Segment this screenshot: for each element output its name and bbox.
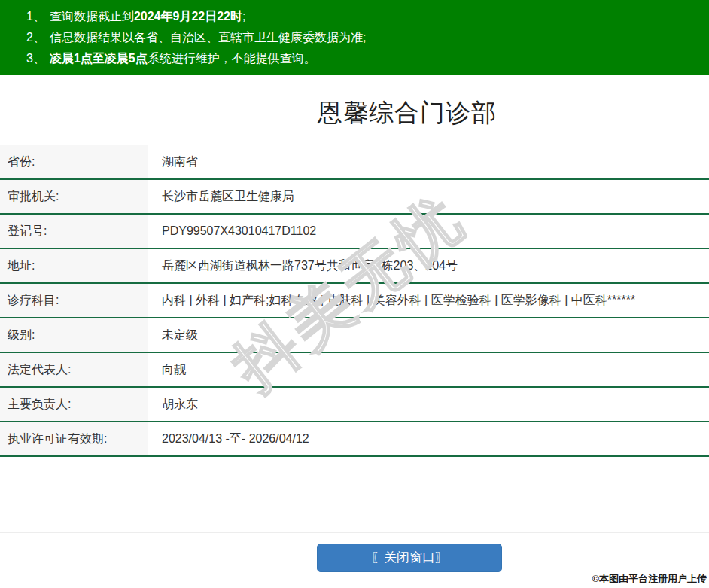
row-label: 法定代表人: <box>0 353 148 386</box>
notice-line-2: 2、信息数据结果以各省、自治区、直辖市卫生健康委数据为准; <box>26 27 701 48</box>
notice-text-bold: 凌晨1点至凌晨5点 <box>50 52 148 65</box>
notice-line-1: 1、查询数据截止到2024年9月22日22时; <box>26 6 701 27</box>
medical-license-query-page: 1、查询数据截止到2024年9月22日22时; 2、信息数据结果以各省、自治区、… <box>0 0 709 588</box>
notice-text: 查询数据截止到 <box>50 10 134 23</box>
row-value: 长沙市岳麓区卫生健康局 <box>148 180 709 213</box>
notice-text-bold: 2024年9月22日22时 <box>134 10 242 23</box>
row-label: 审批机关: <box>0 180 148 213</box>
close-window-button[interactable]: 〖关闭窗口〗 <box>317 544 502 572</box>
table-row-address: 地址: 岳麓区西湖街道枫林一路737号共和世家2栋203、204号 <box>0 249 709 284</box>
row-label: 诊疗科目: <box>0 284 148 317</box>
notice-bar: 1、查询数据截止到2024年9月22日22时; 2、信息数据结果以各省、自治区、… <box>0 0 709 75</box>
table-row-registration-number: 登记号: PDY99507X43010417D1102 <box>0 215 709 249</box>
row-label: 执业许可证有效期: <box>0 422 148 455</box>
table-row-province: 省份: 湖南省 <box>0 145 709 180</box>
row-label: 登记号: <box>0 215 148 248</box>
table-row-level: 级别: 未定级 <box>0 318 709 353</box>
row-label: 地址: <box>0 249 148 282</box>
row-label: 省份: <box>0 145 148 178</box>
row-value: 岳麓区西湖街道枫林一路737号共和世家2栋203、204号 <box>148 249 709 282</box>
row-value: PDY99507X43010417D1102 <box>148 215 709 248</box>
copyright-text: ©本图由平台注册用户上传 <box>592 572 707 586</box>
row-label: 级别: <box>0 318 148 352</box>
table-row-main-person-in-charge: 主要负责人: 胡永东 <box>0 388 709 422</box>
table-row-license-validity: 执业许可证有效期: 2023/04/13 -至- 2026/04/12 <box>0 422 709 457</box>
notice-text: 信息数据结果以各省、自治区、直辖市卫生健康委数据为准; <box>50 31 366 44</box>
notice-number: 1、 <box>26 10 45 23</box>
notice-number: 2、 <box>26 31 45 44</box>
notice-line-3: 3、凌晨1点至凌晨5点系统进行维护，不能提供查询。 <box>26 48 701 69</box>
row-value: 胡永东 <box>148 388 709 421</box>
row-value: 未定级 <box>148 318 709 352</box>
notice-text: 系统进行维护，不能提供查询。 <box>148 52 316 65</box>
institution-title: 恩馨综合门诊部 <box>0 98 709 128</box>
notice-number: 3、 <box>26 52 45 65</box>
row-value: 2023/04/13 -至- 2026/04/12 <box>148 422 709 455</box>
table-row-diagnosis-subjects: 诊疗科目: 内科 | 外科 | 妇产科;妇科专业 | 皮肤科 | 美容外科 | … <box>0 284 709 318</box>
table-row-approval-authority: 审批机关: 长沙市岳麓区卫生健康局 <box>0 180 709 215</box>
row-value: 向靓 <box>148 353 709 386</box>
footer: 〖关闭窗口〗 <box>0 532 709 573</box>
row-label: 主要负责人: <box>0 388 148 421</box>
info-table: 省份: 湖南省 审批机关: 长沙市岳麓区卫生健康局 登记号: PDY99507X… <box>0 145 709 457</box>
notice-text: ; <box>242 10 245 23</box>
row-value: 湖南省 <box>148 145 709 178</box>
table-row-legal-representative: 法定代表人: 向靓 <box>0 353 709 388</box>
row-value: 内科 | 外科 | 妇产科;妇科专业 | 皮肤科 | 美容外科 | 医学检验科 … <box>148 284 709 317</box>
